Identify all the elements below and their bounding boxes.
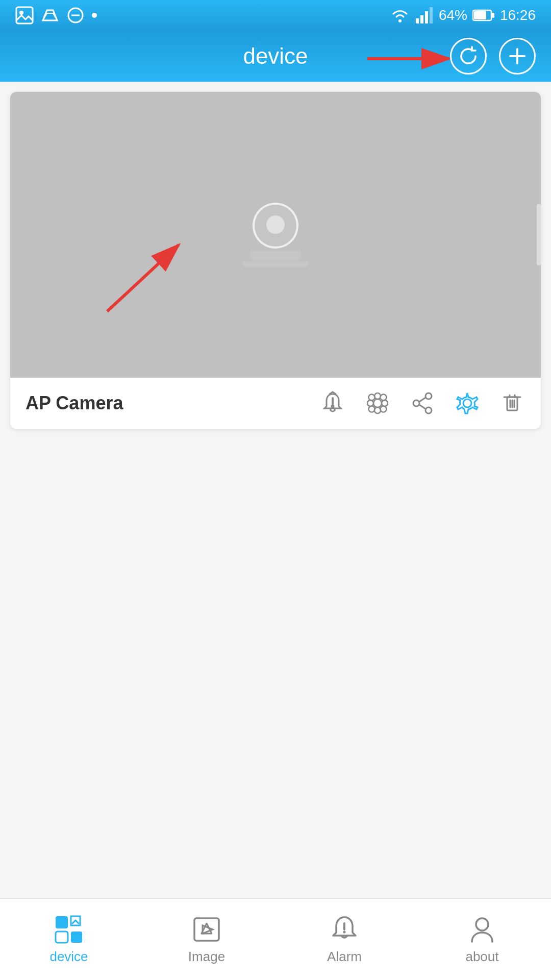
- svg-point-26: [374, 393, 381, 399]
- camera-info-row: AP Camera: [10, 378, 541, 429]
- add-button[interactable]: [499, 38, 536, 75]
- arrow-annotation: [362, 41, 464, 77]
- svg-point-25: [373, 399, 382, 407]
- svg-point-27: [374, 407, 381, 413]
- alarm-nav-icon: [329, 914, 360, 945]
- svg-rect-50: [194, 918, 219, 941]
- camera-name: AP Camera: [26, 393, 123, 414]
- about-nav-label: about: [465, 949, 498, 965]
- delete-button[interactable]: [499, 390, 525, 416]
- svg-rect-8: [425, 11, 428, 23]
- nav-item-image[interactable]: Image: [138, 899, 276, 980]
- svg-point-31: [381, 395, 387, 401]
- svg-point-32: [369, 406, 375, 412]
- minus-circle-icon: [66, 6, 85, 24]
- svg-rect-47: [56, 916, 68, 928]
- camera-arrow-annotation: [92, 225, 204, 327]
- device-nav-label: device: [49, 949, 88, 965]
- svg-line-18: [107, 245, 179, 311]
- svg-rect-11: [492, 13, 494, 18]
- content-area: AP Camera: [0, 82, 551, 898]
- status-right-info: 64% 16:26: [390, 6, 536, 24]
- battery-percentage: 64%: [439, 7, 467, 23]
- camera-card[interactable]: AP Camera: [10, 92, 541, 429]
- bottom-navigation: device Image Alarm about: [0, 898, 551, 980]
- refresh-button[interactable]: [450, 38, 487, 75]
- svg-point-39: [463, 399, 471, 407]
- svg-line-38: [419, 405, 425, 409]
- header-actions: [450, 38, 536, 75]
- camera-placeholder-icon: [242, 203, 309, 267]
- svg-rect-6: [416, 18, 419, 23]
- device-nav-icon: [54, 914, 84, 945]
- svg-point-36: [413, 400, 419, 406]
- image-nav-icon: [191, 914, 222, 945]
- nav-item-device[interactable]: device: [0, 899, 138, 980]
- nav-item-alarm[interactable]: Alarm: [276, 899, 413, 980]
- drive-icon: [41, 6, 59, 24]
- page-title: device: [243, 43, 308, 69]
- svg-rect-12: [474, 11, 486, 19]
- battery-icon: [472, 8, 495, 22]
- svg-point-4: [92, 13, 97, 18]
- svg-point-56: [476, 918, 488, 930]
- gallery-icon: [15, 6, 34, 24]
- svg-line-37: [419, 398, 425, 402]
- status-left-icons: [15, 6, 97, 24]
- wifi-icon: [390, 6, 410, 24]
- svg-rect-9: [430, 7, 433, 23]
- svg-point-33: [381, 406, 387, 412]
- time-display: 16:26: [500, 7, 536, 23]
- nav-item-about[interactable]: about: [413, 899, 551, 980]
- svg-point-30: [369, 395, 375, 401]
- svg-rect-48: [56, 932, 68, 943]
- alarm-button[interactable]: [319, 390, 346, 416]
- svg-rect-7: [420, 15, 423, 23]
- dot-icon: [92, 13, 97, 18]
- camera-preview[interactable]: [10, 92, 541, 378]
- image-nav-label: Image: [188, 949, 225, 965]
- multiview-button[interactable]: [364, 390, 391, 416]
- svg-point-29: [382, 400, 388, 406]
- about-nav-icon: [467, 914, 497, 945]
- svg-point-34: [425, 393, 432, 399]
- svg-point-28: [367, 400, 373, 406]
- alarm-nav-label: Alarm: [327, 949, 362, 965]
- svg-point-55: [343, 931, 346, 934]
- header: device: [0, 31, 551, 82]
- signal-icon: [415, 6, 434, 24]
- svg-point-5: [398, 19, 402, 22]
- svg-rect-49: [71, 932, 82, 943]
- svg-rect-0: [16, 7, 33, 23]
- svg-point-35: [425, 407, 432, 413]
- scroll-indicator: [537, 204, 541, 265]
- status-bar: 64% 16:26: [0, 0, 551, 31]
- share-button[interactable]: [409, 390, 436, 416]
- camera-action-buttons: [319, 390, 525, 416]
- svg-point-24: [332, 405, 334, 407]
- settings-button[interactable]: [454, 390, 481, 416]
- svg-point-1: [19, 11, 23, 15]
